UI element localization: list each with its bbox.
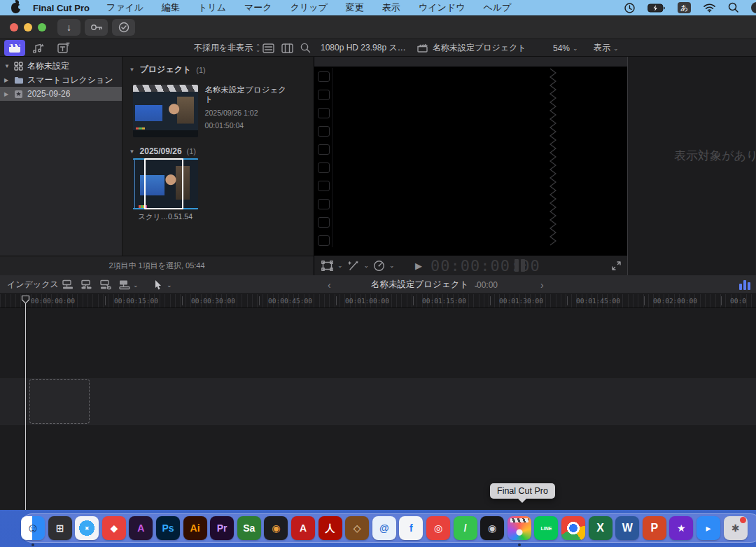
control-center-icon[interactable] — [751, 2, 756, 13]
dock-icon-safari[interactable]: ✦ — [75, 516, 99, 540]
menu-item-7[interactable]: ウインドウ — [419, 1, 465, 14]
menu-item-6[interactable]: 表示 — [382, 1, 400, 14]
media-browser-button[interactable] — [31, 39, 45, 57]
clip-thumbnail[interactable] — [133, 158, 198, 209]
close-button[interactable] — [10, 23, 18, 32]
viewer-panel[interactable] — [314, 57, 627, 256]
fullscreen-button[interactable] — [611, 256, 622, 275]
search-icon[interactable] — [728, 2, 739, 13]
retime-gauge-icon[interactable] — [373, 260, 385, 272]
sidebar-item-library[interactable]: ▼ 名称未設定 — [0, 59, 122, 73]
disclosure-triangle-icon[interactable]: ▶ — [4, 91, 10, 97]
dock-icon-chrome[interactable] — [561, 516, 585, 540]
dock-icon-excel[interactable]: X — [589, 516, 612, 540]
wifi-icon[interactable] — [703, 3, 716, 13]
primary-storyline[interactable] — [0, 378, 756, 425]
dock-icon-affinity-app[interactable]: A — [129, 516, 153, 540]
dock-icon-word[interactable]: W — [615, 516, 639, 540]
chevron-down-icon[interactable]: ⌄ — [337, 262, 343, 269]
connect-edit-button[interactable] — [62, 275, 74, 294]
transform-crop-icon[interactable] — [321, 261, 333, 271]
dock-icon-photoshop[interactable]: Ps — [156, 516, 180, 540]
apple-menu-icon[interactable] — [11, 3, 20, 13]
sidebar-item-smart-collection[interactable]: ▶ スマートコレクション — [0, 73, 122, 87]
viewer-view-menu[interactable]: 表示 ⌄ — [594, 39, 619, 57]
play-button[interactable]: ▶ — [415, 256, 422, 275]
menu-item-2[interactable]: トリム — [198, 1, 226, 14]
dock-icon-launchpad[interactable]: ⊞ — [48, 516, 72, 540]
dock-icon-video-call-app[interactable]: ▸ — [696, 516, 720, 540]
disclosure-triangle-icon[interactable]: ▶ — [4, 77, 10, 83]
dock-icon-spiral-shell-app[interactable]: @ — [372, 516, 396, 540]
previous-project-chevron[interactable]: ‹ — [328, 275, 331, 294]
disclosure-triangle-icon[interactable]: ▼ — [4, 63, 10, 69]
projects-section-header[interactable]: ▼ プロジェクト (1) — [122, 57, 314, 76]
dock-icon-red-diamond-app[interactable]: ◆ — [102, 516, 126, 540]
project-item[interactable]: 名称未設定プロジェクト 2025/09/26 1:02 00:01:50:04 — [133, 85, 295, 137]
audio-meters[interactable] — [514, 256, 525, 275]
dock-icon-davinci-resolve[interactable]: ◉ — [264, 516, 288, 540]
chevron-down-icon[interactable]: ⌄ — [167, 282, 172, 289]
dock-icon-illustrator[interactable]: Ai — [183, 516, 207, 540]
dock-icon-black-disc-app[interactable]: ◉ — [480, 516, 504, 540]
sidebar-item-event[interactable]: ▶ 2025-09-26 — [0, 87, 122, 101]
key-button[interactable] — [85, 19, 108, 36]
zoom-button[interactable] — [38, 23, 46, 32]
dock-icon-green-blade-app[interactable]: / — [454, 516, 477, 540]
project-thumbnail[interactable] — [133, 85, 198, 137]
titles-browser-button[interactable] — [57, 39, 71, 57]
project-format-label[interactable]: 1080p HD 23.98p ス… — [321, 39, 406, 57]
menu-app-name[interactable]: Final Cut Pro — [33, 3, 90, 13]
dock-icon-final-cut-pro[interactable] — [507, 516, 531, 540]
menu-item-8[interactable]: ヘルプ — [483, 1, 511, 14]
menu-item-4[interactable]: クリップ — [290, 1, 328, 14]
audio-meter-toggle[interactable] — [739, 275, 750, 294]
filmstrip-view-button[interactable] — [281, 39, 293, 57]
dock-icon-facebook[interactable]: f — [399, 516, 423, 540]
dock-icon-system-settings[interactable]: ✱ — [724, 516, 748, 540]
event-section-header[interactable]: ▼ 2025/09/26 (1) — [122, 139, 196, 156]
next-project-chevron[interactable]: › — [540, 275, 544, 294]
dock-icon-line[interactable]: LINE — [534, 516, 558, 540]
battery-charging-icon[interactable] — [648, 4, 666, 13]
menu-item-0[interactable]: ファイル — [106, 1, 144, 14]
effects-wand-icon[interactable] — [347, 260, 360, 271]
download-button[interactable]: ↓ — [57, 19, 80, 36]
check-circle-button[interactable] — [112, 19, 135, 36]
input-source-badge[interactable]: あ — [678, 2, 691, 13]
disclosure-triangle-icon[interactable]: ▼ — [130, 148, 135, 155]
dock-icon-red-camera-app[interactable]: ◎ — [426, 516, 450, 540]
dock-icon-green-sa-app[interactable]: Sa — [237, 516, 261, 540]
append-edit-button[interactable] — [99, 275, 112, 294]
dock-icon-finder[interactable]: ☺ — [21, 516, 45, 540]
disclosure-triangle-icon[interactable]: ▼ — [130, 67, 135, 73]
dock-icon-purple-star-app[interactable]: ★ — [669, 516, 693, 540]
list-view-button[interactable] — [262, 39, 274, 57]
dock-icon-autocad[interactable]: A — [291, 516, 315, 540]
storyline-drop-zone[interactable] — [29, 379, 90, 424]
timeline-project-selector[interactable]: 名称未設定プロジェクト ⌄ — [371, 275, 479, 294]
menu-item-3[interactable]: マーク — [244, 1, 272, 14]
browser-clapper-tab[interactable] — [4, 40, 25, 56]
chevron-down-icon[interactable]: ⌄ — [133, 282, 139, 289]
viewer-zoom-control[interactable]: 54% ⌄ — [553, 39, 578, 57]
dock-icon-premiere[interactable]: Pr — [210, 516, 234, 540]
browser-search-button[interactable] — [300, 39, 311, 57]
playhead-line[interactable] — [25, 303, 26, 510]
menu-item-5[interactable]: 変更 — [346, 1, 364, 14]
timeline-body[interactable] — [0, 308, 756, 510]
timeline-ruler[interactable]: 00:00:00:0000:00:15:0000:00:30:0000:00:4… — [0, 294, 756, 308]
tool-selector[interactable]: ⌄ — [154, 275, 172, 294]
minimize-button[interactable] — [24, 23, 32, 32]
dock-icon-powerpoint[interactable]: P — [643, 516, 666, 540]
overwrite-edit-button[interactable]: ⌄ — [118, 275, 139, 294]
chevron-down-icon[interactable]: ⌄ — [389, 262, 395, 269]
insert-edit-button[interactable] — [80, 275, 93, 294]
index-button[interactable]: インデックス — [7, 275, 59, 294]
hide-rejected-filter[interactable]: 不採用を非表示 ⌃⌄ — [194, 39, 260, 57]
dock-icon-acrobat[interactable]: 人 — [318, 516, 342, 540]
chevron-down-icon[interactable]: ⌄ — [364, 262, 370, 269]
clock-icon[interactable] — [624, 2, 636, 14]
dock-icon-bronze-box-app[interactable]: ◇ — [345, 516, 369, 540]
clip-item[interactable]: スクリ…0.51.54 — [133, 158, 198, 222]
